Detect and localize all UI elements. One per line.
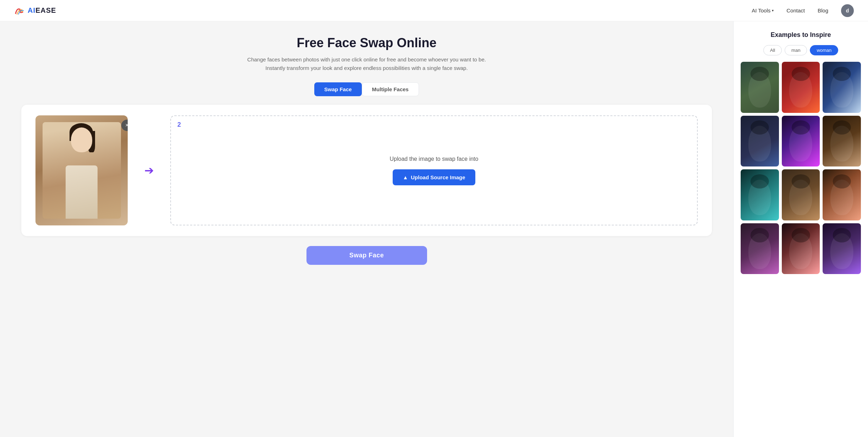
gallery-item[interactable] bbox=[741, 116, 779, 167]
target-prompt-text: Upload the image to swap face into bbox=[390, 156, 479, 162]
center-content: Free Face Swap Online Change faces betwe… bbox=[0, 21, 733, 437]
filter-bar: All man woman bbox=[741, 45, 861, 55]
filter-all-button[interactable]: All bbox=[763, 45, 782, 55]
nav-ai-tools[interactable]: AI Tools ▾ bbox=[752, 7, 774, 13]
upload-icon: ▲ bbox=[403, 174, 408, 180]
page-subtitle: Change faces between photos with just on… bbox=[246, 55, 487, 72]
gallery-item[interactable] bbox=[823, 116, 861, 167]
upload-source-button[interactable]: ▲ Upload Source Image bbox=[393, 169, 475, 185]
gallery-item[interactable] bbox=[782, 223, 820, 274]
logo[interactable]: AIEASE bbox=[14, 6, 56, 15]
portrait-inner bbox=[43, 122, 121, 219]
main-layout: Free Face Swap Online Change faces betwe… bbox=[0, 21, 868, 437]
swap-face-btn-wrap: Swap Face bbox=[21, 246, 712, 265]
nav-links: AI Tools ▾ Contact Blog d bbox=[752, 4, 854, 17]
face-shape bbox=[71, 127, 92, 152]
nav-blog[interactable]: Blog bbox=[818, 7, 828, 13]
filter-woman-button[interactable]: woman bbox=[810, 45, 838, 55]
navbar: AIEASE AI Tools ▾ Contact Blog d bbox=[0, 0, 868, 21]
target-upload-box[interactable]: 2 Upload the image to swap face into ▲ U… bbox=[170, 115, 698, 225]
filter-man-button[interactable]: man bbox=[785, 45, 807, 55]
gallery-item[interactable] bbox=[741, 62, 779, 113]
logo-text: AIEASE bbox=[28, 6, 56, 15]
arrow-right-icon: ➔ bbox=[144, 164, 154, 177]
body-shape bbox=[66, 165, 98, 219]
swap-face-button[interactable]: Swap Face bbox=[306, 246, 427, 265]
gallery-item[interactable] bbox=[782, 116, 820, 167]
gallery-item[interactable] bbox=[741, 223, 779, 274]
tab-bar: Swap Face Multiple Faces bbox=[21, 82, 712, 96]
sidebar-title: Examples to Inspire bbox=[741, 31, 861, 39]
chevron-down-icon: ▾ bbox=[772, 9, 774, 12]
step-number: 2 bbox=[177, 121, 181, 129]
gallery-item[interactable] bbox=[782, 62, 820, 113]
face-image-box: × bbox=[35, 115, 128, 225]
tab-swap-face[interactable]: Swap Face bbox=[314, 82, 362, 96]
nav-contact[interactable]: Contact bbox=[786, 7, 805, 13]
gallery-item[interactable] bbox=[741, 169, 779, 220]
right-sidebar: Examples to Inspire All man woman bbox=[733, 21, 868, 437]
gallery-grid bbox=[741, 62, 861, 274]
gallery-item[interactable] bbox=[823, 169, 861, 220]
gallery-item[interactable] bbox=[782, 169, 820, 220]
logo-icon bbox=[14, 6, 26, 15]
avatar[interactable]: d bbox=[841, 4, 854, 17]
gallery-item[interactable] bbox=[823, 223, 861, 274]
page-title: Free Face Swap Online bbox=[21, 35, 712, 50]
arrow-area: ➔ bbox=[138, 164, 160, 177]
gallery-item[interactable] bbox=[823, 62, 861, 113]
swap-area: × ➔ 2 Upload the image to swap face into… bbox=[21, 105, 712, 236]
tab-multiple-faces[interactable]: Multiple Faces bbox=[362, 82, 419, 96]
portrait-sim bbox=[35, 115, 128, 225]
